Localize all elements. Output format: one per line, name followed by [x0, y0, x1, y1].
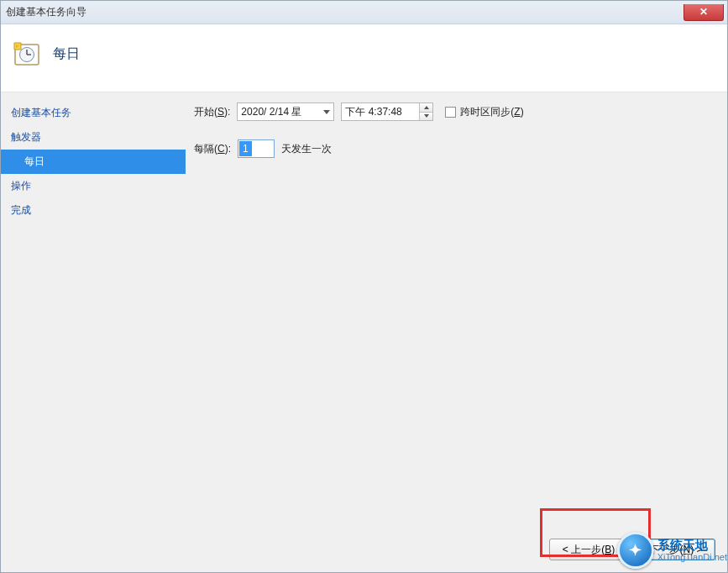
close-button[interactable]: ✕: [683, 4, 724, 21]
sync-timezone-option: 跨时区同步(Z): [445, 105, 523, 119]
spinner-up-button[interactable]: [420, 103, 432, 112]
chevron-down-icon: [323, 110, 330, 114]
window-title: 创建基本任务向导: [6, 5, 86, 19]
wizard-body: 创建基本任务 触发器 每日 操作 完成 开始(S): 2020/: [1, 92, 727, 572]
recur-days-value: 1: [239, 141, 252, 156]
arrow-up-icon: [424, 106, 429, 109]
sidebar-item-daily[interactable]: 每日: [1, 150, 186, 174]
recur-days-input[interactable]: 1: [238, 139, 275, 158]
wizard-content: 开始(S): 2020/ 2/14 星 下午 4:37:48: [186, 92, 727, 572]
date-value: 2020/ 2/14 星: [241, 105, 301, 119]
back-button[interactable]: < 上一步(B): [549, 539, 628, 560]
wizard-window: 创建基本任务向导 ✕ 每日 创建基本任务 触发器: [0, 0, 728, 573]
sidebar-item-label: 完成: [11, 204, 31, 216]
sidebar-item-label: 操作: [11, 180, 31, 192]
arrow-down-icon: [424, 114, 429, 118]
wizard-footer: < 上一步(B) 下一步(N) >: [549, 539, 715, 560]
start-time-picker[interactable]: 下午 4:37:48: [341, 103, 433, 121]
sidebar-item-create-basic-task[interactable]: 创建基本任务: [1, 101, 186, 125]
recur-row: 每隔(C): 1 天发生一次: [194, 139, 719, 158]
next-button[interactable]: 下一步(N) >: [636, 539, 715, 560]
start-label: 开始(S):: [194, 105, 230, 119]
start-date-picker[interactable]: 2020/ 2/14 星: [237, 103, 334, 121]
time-value: 下午 4:37:48: [345, 105, 401, 119]
sidebar-item-trigger[interactable]: 触发器: [1, 125, 186, 150]
recur-suffix-label: 天发生一次: [281, 142, 332, 156]
sync-timezone-label: 跨时区同步(Z): [460, 105, 523, 119]
sidebar-item-label: 触发器: [11, 131, 41, 143]
start-row: 开始(S): 2020/ 2/14 星 下午 4:37:48: [194, 103, 719, 121]
titlebar: 创建基本任务向导 ✕: [1, 1, 727, 24]
sidebar-item-finish[interactable]: 完成: [1, 198, 186, 223]
spinner-down-button[interactable]: [420, 112, 432, 121]
sidebar-item-label: 创建基本任务: [11, 107, 71, 118]
sidebar-item-action[interactable]: 操作: [1, 174, 186, 198]
recur-label: 每隔(C):: [194, 142, 231, 156]
sidebar-item-label: 每日: [24, 155, 45, 167]
page-title: 每日: [53, 45, 80, 63]
sync-timezone-checkbox[interactable]: [445, 107, 456, 118]
close-icon: ✕: [699, 6, 708, 18]
wizard-steps-sidebar: 创建基本任务 触发器 每日 操作 完成: [1, 92, 186, 572]
time-spinner: [419, 103, 432, 120]
schedule-icon: [13, 39, 41, 68]
wizard-header: 每日: [1, 24, 727, 92]
